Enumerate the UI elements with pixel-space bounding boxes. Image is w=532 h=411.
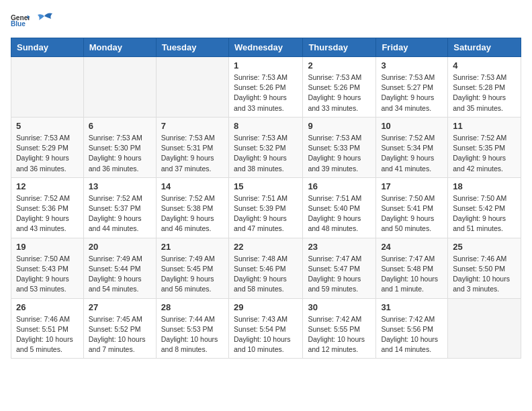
weekday-header-sunday: Sunday [11, 38, 84, 57]
day-number: 14 [161, 181, 224, 191]
day-info: Sunrise: 7:53 AMSunset: 5:29 PMDaylight:… [16, 133, 79, 174]
calendar-cell: 8Sunrise: 7:53 AMSunset: 5:32 PMDaylight… [228, 117, 302, 177]
svg-text:Blue: Blue [11, 20, 26, 28]
day-info: Sunrise: 7:53 AMSunset: 5:28 PMDaylight:… [453, 73, 516, 113]
day-info: Sunrise: 7:52 AMSunset: 5:35 PMDaylight:… [453, 133, 516, 174]
day-info: Sunrise: 7:51 AMSunset: 5:40 PMDaylight:… [308, 193, 371, 234]
calendar-cell: 30Sunrise: 7:42 AMSunset: 5:55 PMDayligh… [303, 298, 376, 359]
page-header: General Blue [11, 11, 521, 30]
day-info: Sunrise: 7:42 AMSunset: 5:56 PMDaylight:… [381, 314, 443, 355]
day-number: 2 [308, 60, 371, 71]
day-info: Sunrise: 7:52 AMSunset: 5:34 PMDaylight:… [381, 133, 443, 174]
day-info: Sunrise: 7:47 AMSunset: 5:47 PMDaylight:… [308, 254, 371, 295]
day-number: 6 [89, 121, 151, 131]
weekday-header-wednesday: Wednesday [228, 38, 302, 57]
calendar-cell: 31Sunrise: 7:42 AMSunset: 5:56 PMDayligh… [376, 298, 448, 359]
day-info: Sunrise: 7:48 AMSunset: 5:46 PMDaylight:… [234, 254, 298, 295]
calendar-cell: 13Sunrise: 7:52 AMSunset: 5:37 PMDayligh… [83, 177, 156, 238]
day-info: Sunrise: 7:53 AMSunset: 5:31 PMDaylight:… [161, 133, 224, 174]
day-number: 12 [16, 181, 79, 191]
calendar-cell [448, 298, 521, 359]
logo-icon: General Blue [11, 13, 30, 28]
day-info: Sunrise: 7:53 AMSunset: 5:30 PMDaylight:… [89, 133, 151, 174]
day-number: 25 [453, 242, 516, 252]
day-number: 16 [308, 181, 371, 191]
calendar-cell [156, 57, 228, 118]
day-number: 27 [89, 302, 151, 312]
calendar-cell: 17Sunrise: 7:50 AMSunset: 5:41 PMDayligh… [376, 177, 448, 238]
calendar-cell: 5Sunrise: 7:53 AMSunset: 5:29 PMDaylight… [11, 117, 84, 177]
day-number: 5 [16, 121, 79, 131]
calendar-table: SundayMondayTuesdayWednesdayThursdayFrid… [11, 38, 521, 359]
day-info: Sunrise: 7:53 AMSunset: 5:26 PMDaylight:… [308, 73, 371, 113]
weekday-header-friday: Friday [376, 38, 448, 57]
calendar-cell: 23Sunrise: 7:47 AMSunset: 5:47 PMDayligh… [303, 238, 376, 298]
calendar-cell: 14Sunrise: 7:52 AMSunset: 5:38 PMDayligh… [156, 177, 228, 238]
day-info: Sunrise: 7:53 AMSunset: 5:27 PMDaylight:… [381, 73, 443, 113]
day-info: Sunrise: 7:53 AMSunset: 5:26 PMDaylight:… [234, 73, 298, 113]
day-number: 3 [381, 60, 443, 71]
day-number: 4 [453, 60, 516, 71]
day-info: Sunrise: 7:49 AMSunset: 5:44 PMDaylight:… [89, 254, 151, 295]
calendar-cell: 16Sunrise: 7:51 AMSunset: 5:40 PMDayligh… [303, 177, 376, 238]
calendar-week-row: 26Sunrise: 7:46 AMSunset: 5:51 PMDayligh… [11, 298, 521, 359]
day-number: 10 [381, 121, 443, 131]
day-number: 1 [234, 60, 298, 71]
calendar-cell: 4Sunrise: 7:53 AMSunset: 5:28 PMDaylight… [448, 57, 521, 118]
day-info: Sunrise: 7:53 AMSunset: 5:32 PMDaylight:… [234, 133, 298, 174]
calendar-cell: 26Sunrise: 7:46 AMSunset: 5:51 PMDayligh… [11, 298, 84, 359]
calendar-cell: 9Sunrise: 7:53 AMSunset: 5:33 PMDaylight… [303, 117, 376, 177]
day-info: Sunrise: 7:52 AMSunset: 5:37 PMDaylight:… [89, 193, 151, 234]
calendar-cell: 29Sunrise: 7:43 AMSunset: 5:54 PMDayligh… [228, 298, 302, 359]
day-info: Sunrise: 7:46 AMSunset: 5:51 PMDaylight:… [16, 314, 79, 355]
day-number: 7 [161, 121, 224, 131]
calendar-cell: 12Sunrise: 7:52 AMSunset: 5:36 PMDayligh… [11, 177, 84, 238]
calendar-week-row: 19Sunrise: 7:50 AMSunset: 5:43 PMDayligh… [11, 238, 521, 298]
weekday-header-monday: Monday [83, 38, 156, 57]
calendar-cell [11, 57, 84, 118]
day-number: 8 [234, 121, 298, 131]
weekday-header-saturday: Saturday [448, 38, 521, 57]
calendar-cell [83, 57, 156, 118]
day-info: Sunrise: 7:52 AMSunset: 5:36 PMDaylight:… [16, 193, 79, 234]
calendar-cell: 11Sunrise: 7:52 AMSunset: 5:35 PMDayligh… [448, 117, 521, 177]
day-info: Sunrise: 7:50 AMSunset: 5:42 PMDaylight:… [453, 193, 516, 234]
calendar-cell: 7Sunrise: 7:53 AMSunset: 5:31 PMDaylight… [156, 117, 228, 177]
calendar-cell: 21Sunrise: 7:49 AMSunset: 5:45 PMDayligh… [156, 238, 228, 298]
day-info: Sunrise: 7:51 AMSunset: 5:39 PMDaylight:… [234, 193, 298, 234]
day-number: 18 [453, 181, 516, 191]
weekday-header-thursday: Thursday [303, 38, 376, 57]
day-info: Sunrise: 7:45 AMSunset: 5:52 PMDaylight:… [89, 314, 151, 355]
day-number: 30 [308, 302, 371, 312]
day-number: 23 [308, 242, 371, 252]
logo: General Blue [11, 11, 58, 30]
day-info: Sunrise: 7:49 AMSunset: 5:45 PMDaylight:… [161, 254, 224, 295]
calendar-cell: 24Sunrise: 7:47 AMSunset: 5:48 PMDayligh… [376, 238, 448, 298]
day-number: 15 [234, 181, 298, 191]
day-info: Sunrise: 7:44 AMSunset: 5:53 PMDaylight:… [161, 314, 224, 355]
calendar-cell: 15Sunrise: 7:51 AMSunset: 5:39 PMDayligh… [228, 177, 302, 238]
calendar-week-row: 5Sunrise: 7:53 AMSunset: 5:29 PMDaylight… [11, 117, 521, 177]
calendar-cell: 2Sunrise: 7:53 AMSunset: 5:26 PMDaylight… [303, 57, 376, 118]
calendar-cell: 20Sunrise: 7:49 AMSunset: 5:44 PMDayligh… [83, 238, 156, 298]
day-info: Sunrise: 7:50 AMSunset: 5:41 PMDaylight:… [381, 193, 443, 234]
weekday-header-tuesday: Tuesday [156, 38, 228, 57]
day-number: 9 [308, 121, 371, 131]
calendar-cell: 27Sunrise: 7:45 AMSunset: 5:52 PMDayligh… [83, 298, 156, 359]
day-number: 21 [161, 242, 224, 252]
calendar-cell: 22Sunrise: 7:48 AMSunset: 5:46 PMDayligh… [228, 238, 302, 298]
day-number: 29 [234, 302, 298, 312]
day-number: 22 [234, 242, 298, 252]
day-number: 19 [16, 242, 79, 252]
day-number: 26 [16, 302, 79, 312]
calendar-week-row: 1Sunrise: 7:53 AMSunset: 5:26 PMDaylight… [11, 57, 521, 118]
day-info: Sunrise: 7:42 AMSunset: 5:55 PMDaylight:… [308, 314, 371, 355]
calendar-cell: 6Sunrise: 7:53 AMSunset: 5:30 PMDaylight… [83, 117, 156, 177]
day-info: Sunrise: 7:46 AMSunset: 5:50 PMDaylight:… [453, 254, 516, 295]
weekday-header-row: SundayMondayTuesdayWednesdayThursdayFrid… [11, 38, 521, 57]
logo-bird-icon [32, 11, 56, 30]
calendar-cell: 28Sunrise: 7:44 AMSunset: 5:53 PMDayligh… [156, 298, 228, 359]
calendar-cell: 1Sunrise: 7:53 AMSunset: 5:26 PMDaylight… [228, 57, 302, 118]
day-number: 28 [161, 302, 224, 312]
day-info: Sunrise: 7:47 AMSunset: 5:48 PMDaylight:… [381, 254, 443, 295]
